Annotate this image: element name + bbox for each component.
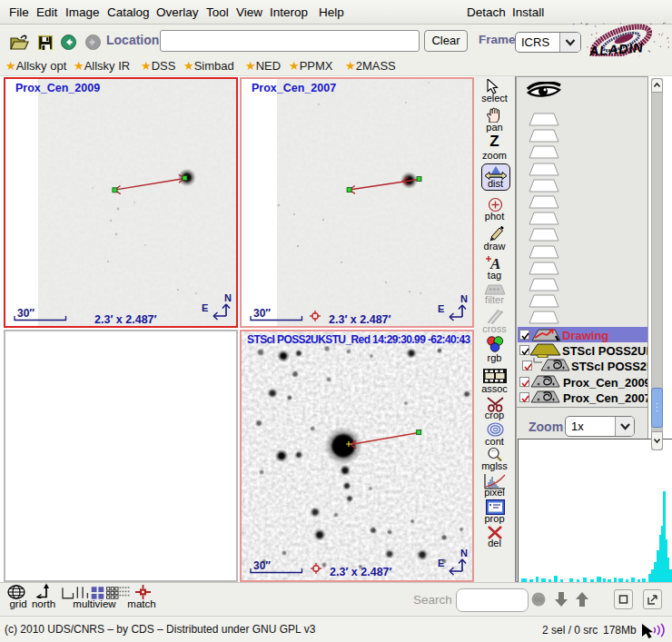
svg-text:30″: 30″ [17, 307, 35, 320]
svg-text:2.3′ x 2.487′: 2.3′ x 2.487′ [330, 566, 392, 578]
svg-text:30″: 30″ [253, 307, 271, 320]
svg-text:30″: 30″ [253, 559, 271, 572]
svg-text:N: N [460, 548, 468, 558]
svg-text:N: N [460, 293, 468, 304]
svg-text:2.3′ x 2.487′: 2.3′ x 2.487′ [329, 313, 391, 326]
svg-text:2.3′ x 2.487′: 2.3′ x 2.487′ [94, 313, 157, 326]
svg-text:E: E [202, 302, 208, 313]
svg-text:N: N [224, 292, 232, 303]
svg-text:E: E [438, 558, 444, 568]
svg-text:GO: GO [534, 597, 543, 603]
svg-text:E: E [438, 303, 444, 314]
